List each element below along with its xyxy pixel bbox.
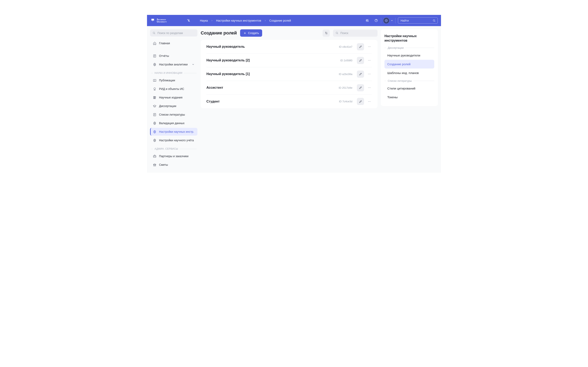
role-title: Студент [207, 100, 339, 103]
main-search [333, 30, 378, 37]
home-icon [153, 42, 156, 45]
chevron-right-icon [264, 19, 267, 22]
role-id: ID 2517d4e [339, 86, 352, 89]
sidebar-item-analytics-settings[interactable]: Настройки аналитики [150, 60, 198, 68]
sort-icon [325, 31, 328, 35]
page-title: Создание ролей [201, 30, 237, 36]
avatar [383, 17, 389, 24]
svg-point-23 [370, 47, 371, 47]
sidebar-item-label: Отчёты [159, 54, 169, 58]
sidebar-item-publications[interactable]: Публикации [150, 76, 198, 84]
sidebar-item-label: Партнеры и заказчики [159, 155, 189, 158]
rp-item[interactable]: Шаблоны инд. планов [384, 68, 434, 77]
sidebar-item-home[interactable]: Главная [150, 39, 198, 47]
sidebar-item-label: Списки литературы [159, 113, 185, 116]
svg-point-25 [369, 60, 370, 60]
svg-point-9 [386, 20, 387, 21]
edit-button[interactable] [357, 43, 364, 50]
sidebar-section-admin: АДМИН. СЕРВИСЫ [150, 147, 198, 150]
sidebar-item-validation[interactable]: Валидация данных [150, 119, 198, 127]
pencil-icon [359, 45, 362, 48]
rp-item[interactable]: Токены [384, 93, 434, 101]
svg-point-21 [368, 47, 369, 47]
sidebar: Главная Отчёты Настройки аналитики НАУКА… [150, 29, 198, 169]
create-button[interactable]: Создать [240, 29, 262, 37]
svg-point-1 [153, 19, 154, 20]
chevron-right-icon [211, 19, 213, 22]
sidebar-item-label: Валидация данных [159, 122, 185, 125]
sidebar-item-sci-tool-settings[interactable]: Настройки научных инстр. [150, 128, 198, 136]
breadcrumb-item-2[interactable]: Создание ролей [269, 19, 291, 22]
sidebar-item-label: Настройки научных инстр. [159, 130, 194, 133]
search-icon [433, 19, 436, 22]
sidebar-item-budgets[interactable]: Сметы [150, 161, 198, 169]
role-title: Научный руководитель [207, 45, 339, 49]
sidebar-section-science: НАУКА И ИННОВАЦИИ [150, 72, 198, 75]
more-button[interactable] [367, 85, 372, 90]
filters-button[interactable] [363, 17, 372, 24]
rp-section-lit: Списки литературы [384, 79, 434, 82]
bank-icon [153, 163, 156, 167]
svg-point-4 [367, 20, 367, 20]
breadcrumb: Наука Настройки научных инструментов Соз… [200, 19, 363, 22]
sidebar-item-partners[interactable]: Партнеры и заказчики [150, 152, 198, 160]
main-search-input[interactable] [333, 30, 378, 37]
more-button[interactable] [367, 44, 372, 49]
edit-button[interactable] [357, 71, 364, 78]
pin-button[interactable] [185, 17, 192, 24]
svg-point-27 [368, 74, 369, 74]
role-title: Ассистент [207, 86, 339, 90]
more-button[interactable] [367, 58, 372, 63]
sidebar-item-reports[interactable]: Отчёты [150, 52, 198, 60]
role-row: Научный руководительID c8c41e7 [207, 40, 372, 54]
divider [381, 18, 381, 24]
sidebar-search-input[interactable] [150, 29, 198, 36]
user-menu[interactable] [383, 17, 393, 24]
role-id: ID a2bc08a [339, 73, 353, 76]
rp-item[interactable]: Стили цитирований [384, 84, 434, 93]
sidebar-item-label: Сметы [159, 163, 168, 166]
svg-point-32 [370, 87, 371, 88]
global-search-input[interactable] [398, 17, 438, 24]
sidebar-item-literature-lists[interactable]: Списки литературы [150, 111, 198, 118]
role-row: АссистентID 2517d4e [207, 81, 372, 95]
sidebar-item-rid[interactable]: РИД и объекты ИС [150, 85, 198, 93]
svg-point-17 [154, 131, 155, 132]
more-horizontal-icon [368, 100, 371, 103]
sidebar-item-sci-acct-settings[interactable]: Настройки научного учёта [150, 136, 198, 144]
svg-point-28 [369, 74, 370, 74]
pencil-icon [359, 86, 362, 89]
sort-button[interactable] [323, 30, 330, 37]
svg-point-34 [369, 101, 370, 101]
more-button[interactable] [367, 99, 372, 104]
svg-point-5 [368, 21, 368, 21]
sidebar-item-editions[interactable]: Научные издания [150, 94, 198, 101]
edit-button[interactable] [357, 84, 364, 91]
edit-button[interactable] [357, 98, 364, 105]
help-button[interactable] [372, 17, 380, 24]
edit-button[interactable] [357, 57, 364, 64]
sidebar-item-label: Главная [159, 42, 170, 45]
svg-point-8 [385, 20, 387, 21]
sidebar-search [150, 29, 198, 36]
rp-section-diss: Диссертации [384, 46, 434, 49]
more-horizontal-icon [368, 86, 371, 89]
logo[interactable]: SechenovUniversity [150, 18, 167, 23]
create-button-label: Создать [248, 31, 259, 35]
breadcrumb-item-1[interactable]: Настройки научных инструментов [216, 19, 261, 22]
svg-point-31 [369, 87, 370, 88]
rp-item[interactable]: Научные руководители [384, 51, 434, 60]
more-horizontal-icon [368, 45, 371, 48]
sidebar-item-dissertations[interactable]: Диссертации [150, 102, 198, 110]
sidebar-item-label: Публикации [159, 79, 175, 82]
breadcrumb-item-0[interactable]: Наука [200, 19, 208, 22]
svg-point-22 [369, 47, 370, 47]
book-icon [153, 79, 156, 82]
main-content: Создание ролей Создать Научный руководит… [201, 29, 378, 108]
pencil-icon [359, 72, 362, 76]
more-button[interactable] [367, 72, 372, 76]
chevron-down-icon [192, 63, 195, 66]
library-icon [153, 96, 156, 99]
gear-icon [153, 130, 156, 133]
rp-item[interactable]: Создание ролей [384, 60, 434, 68]
